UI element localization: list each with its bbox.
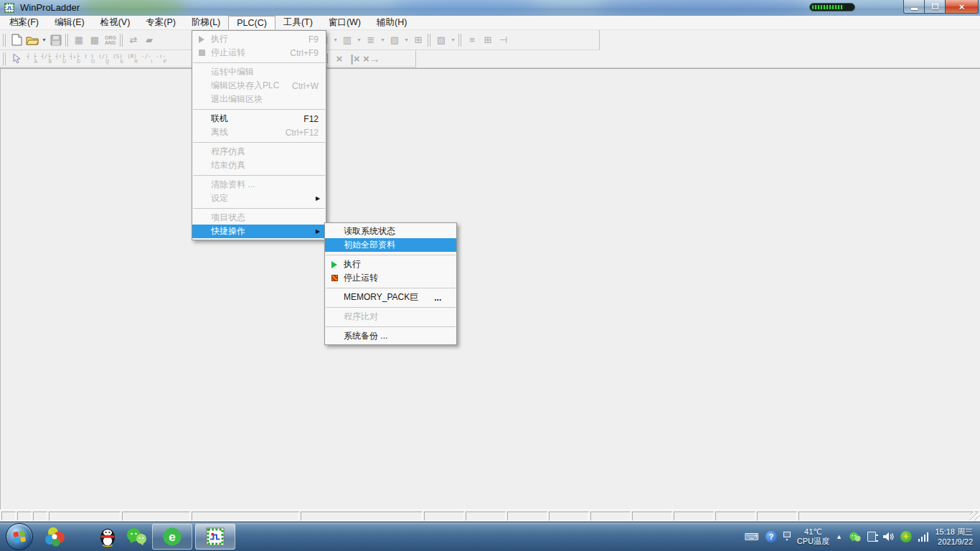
cpu-temperature[interactable]: 41℃ CPU温度 bbox=[797, 527, 829, 546]
zoom-icon[interactable]: ▨ bbox=[433, 32, 449, 48]
contact-nc-icon[interactable]: ┤/├B bbox=[39, 51, 53, 67]
system-tray: ⌨ ? ▾ 41℃ CPU温度 ▲ + 15:18 周三 20 bbox=[745, 527, 980, 547]
menu-file[interactable]: 档案(F) bbox=[1, 16, 47, 29]
contact-falling-icon[interactable]: ┤↓├D bbox=[67, 51, 82, 67]
menu-item-simulation[interactable]: 程序仿真 bbox=[192, 145, 326, 159]
menu-item-read-system-status[interactable]: 读取系统状态 bbox=[325, 225, 456, 238]
zoom-dropdown-icon[interactable] bbox=[449, 37, 457, 43]
menu-item-exit-edit-block[interactable]: 退出编辑区块 bbox=[192, 93, 326, 106]
menu-item-run[interactable]: 执行 F9 bbox=[192, 32, 326, 46]
transfer-icon[interactable]: ⇄ bbox=[126, 32, 141, 48]
query-contact-icon[interactable]: ⊣ bbox=[496, 32, 512, 48]
360-browser-button[interactable]: e bbox=[152, 524, 192, 550]
menu-item-save-block-to-plc[interactable]: 编辑区块存入PLC Ctrl+W bbox=[192, 79, 326, 93]
menu-item-stop-quick[interactable]: 停止运转 bbox=[325, 271, 456, 285]
menu-item-online-edit[interactable]: 运转中编辑 bbox=[192, 65, 326, 79]
coil-out-icon[interactable]: ( )O bbox=[82, 51, 96, 67]
contact-no-icon[interactable]: ┤ ├A bbox=[24, 51, 39, 67]
clipboard-plug-icon[interactable] bbox=[867, 532, 876, 542]
menu-item-initialize-all-data[interactable]: 初始全部资料 bbox=[325, 238, 456, 252]
calendar-icon[interactable]: ⊞ bbox=[410, 32, 426, 48]
query-grid-icon[interactable]: ⊞ bbox=[480, 32, 496, 48]
menu-item-disconnect[interactable]: 离线 Ctrl+F12 bbox=[192, 126, 326, 139]
menu-edit[interactable]: 编辑(E) bbox=[47, 16, 93, 29]
toolbar-grip[interactable] bbox=[458, 34, 461, 47]
show-hidden-icons-icon[interactable]: ▲ bbox=[836, 533, 842, 540]
ladder-toolbar: ┤ ├A ┤/├B ┤↑├U ┤↓├D ( )O (/)Q (S)E (R)R … bbox=[0, 50, 980, 68]
submenu-arrow-icon bbox=[316, 195, 326, 202]
user-dropdown-icon[interactable] bbox=[331, 37, 339, 43]
toolbar-grip[interactable] bbox=[428, 34, 430, 47]
memory-chip-icon[interactable]: ▰ bbox=[141, 32, 157, 48]
menu-item-end-simulation[interactable]: 结束仿真 bbox=[192, 159, 326, 172]
contact-rising-icon[interactable]: ┤↑├U bbox=[53, 51, 67, 67]
toolbar-grip[interactable] bbox=[65, 34, 68, 47]
menu-item-memory-pack[interactable]: MEMORY_PACK巨 ... bbox=[325, 291, 456, 304]
register-list-dropdown-icon[interactable] bbox=[379, 37, 387, 43]
taskbar-clock[interactable]: 15:18 周三 2021/9/22 bbox=[935, 527, 973, 547]
toolbar-grip[interactable] bbox=[3, 52, 6, 65]
delete-column-icon[interactable]: |× bbox=[347, 51, 363, 67]
monitor-icon[interactable]: ▧ bbox=[387, 32, 402, 48]
new-file-icon[interactable] bbox=[9, 32, 24, 48]
menu-item-system-backup[interactable]: 系统备份 ... bbox=[325, 329, 456, 343]
open-dropdown-icon[interactable] bbox=[40, 37, 48, 43]
menu-item-setting[interactable]: 设定 bbox=[192, 192, 326, 205]
coil-set-icon[interactable]: (S)E bbox=[110, 51, 125, 67]
password-icon[interactable]: ▥ bbox=[339, 32, 355, 48]
ladder-window-icon[interactable]: ▦ bbox=[71, 32, 87, 48]
menu-item-project-status[interactable]: 项目状态 bbox=[192, 211, 326, 225]
maximize-button[interactable] bbox=[925, 0, 946, 14]
inverter-icon[interactable]: -/-I bbox=[139, 51, 154, 67]
register-list-icon[interactable]: ≣ bbox=[363, 32, 379, 48]
select-cursor-icon[interactable] bbox=[9, 51, 24, 67]
qq-icon[interactable] bbox=[93, 522, 122, 551]
menu-ladder[interactable]: 阶梯(L) bbox=[184, 16, 228, 29]
volume-icon[interactable] bbox=[882, 532, 894, 542]
sogou-icon[interactable] bbox=[40, 522, 69, 551]
menu-help[interactable]: 辅助(H) bbox=[369, 16, 415, 29]
menu-separator bbox=[326, 326, 456, 327]
save-icon[interactable] bbox=[48, 32, 64, 48]
menu-plc[interactable]: PLC(C) bbox=[228, 16, 275, 29]
start-button[interactable] bbox=[6, 523, 33, 550]
close-button[interactable]: × bbox=[946, 0, 979, 14]
menu-item-quick-operations[interactable]: 快捷操作 bbox=[192, 225, 326, 238]
pulse-icon[interactable]: -↑-P bbox=[154, 51, 168, 67]
coil-not-icon[interactable]: (/)Q bbox=[96, 51, 110, 67]
toolbar-grip[interactable] bbox=[3, 34, 6, 47]
menu-item-stop[interactable]: 停止运转 Ctrl+F9 bbox=[192, 46, 326, 60]
status-panel bbox=[674, 512, 714, 521]
menu-item-run-quick[interactable]: 执行 bbox=[325, 258, 456, 271]
wechat-tray-icon[interactable] bbox=[849, 532, 861, 542]
menu-item-connect[interactable]: 联机 F12 bbox=[192, 112, 326, 126]
resize-grip-icon[interactable] bbox=[970, 512, 979, 521]
menu-view[interactable]: 检视(V) bbox=[93, 16, 138, 29]
query-list-icon[interactable]: ≡ bbox=[464, 32, 480, 48]
360-safety-icon[interactable]: + bbox=[900, 531, 912, 542]
help-icon[interactable]: ? bbox=[765, 531, 777, 542]
winproladder-button[interactable] bbox=[195, 524, 235, 550]
menu-window[interactable]: 窗口(W) bbox=[321, 16, 369, 29]
menu-separator bbox=[193, 208, 325, 209]
delete-row-icon[interactable]: ×→ bbox=[363, 51, 380, 67]
menu-item-clear-data[interactable]: 清除资料 ... bbox=[192, 178, 326, 192]
password-dropdown-icon[interactable] bbox=[355, 37, 363, 43]
menu-separator bbox=[193, 175, 325, 176]
coil-reset-icon[interactable]: (R)R bbox=[125, 51, 139, 67]
keyboard-icon[interactable]: ⌨ bbox=[745, 531, 759, 542]
menu-tools[interactable]: 工具(T) bbox=[275, 16, 321, 29]
delete-element-icon[interactable]: × bbox=[331, 51, 347, 67]
window-restore-icon[interactable]: ▾ bbox=[783, 532, 791, 542]
open-file-icon[interactable] bbox=[24, 32, 40, 48]
minimize-button[interactable] bbox=[903, 0, 925, 14]
monitor-dropdown-icon[interactable] bbox=[402, 37, 410, 43]
org-and-icon[interactable]: ORGAND bbox=[103, 32, 118, 48]
toolbar-grip[interactable] bbox=[120, 34, 123, 47]
menu-item-program-compare[interactable]: 程序比对 bbox=[325, 310, 456, 324]
mnemonic-window-icon[interactable]: ▩ bbox=[87, 32, 103, 48]
title-bar: WinProLadder × bbox=[0, 0, 980, 16]
network-signal-icon[interactable] bbox=[918, 532, 929, 542]
wechat-icon[interactable] bbox=[122, 522, 151, 551]
menu-project[interactable]: 专案(P) bbox=[138, 16, 184, 29]
